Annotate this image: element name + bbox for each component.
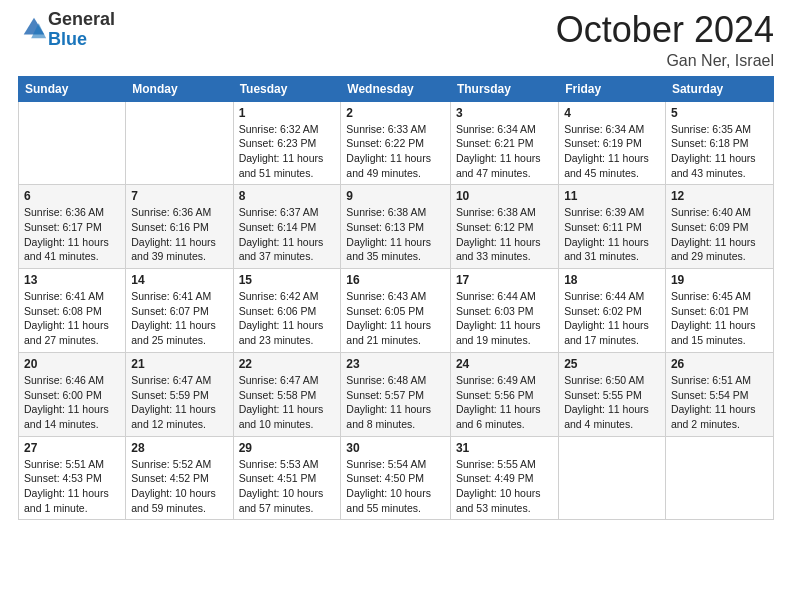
day-info: Sunrise: 6:34 AM Sunset: 6:19 PM Dayligh… (564, 122, 660, 181)
table-row: 9Sunrise: 6:38 AM Sunset: 6:13 PM Daylig… (341, 185, 451, 269)
day-number: 7 (131, 189, 227, 203)
day-info: Sunrise: 6:51 AM Sunset: 5:54 PM Dayligh… (671, 373, 768, 432)
day-number: 18 (564, 273, 660, 287)
table-row: 21Sunrise: 6:47 AM Sunset: 5:59 PM Dayli… (126, 352, 233, 436)
table-row: 18Sunrise: 6:44 AM Sunset: 6:02 PM Dayli… (559, 269, 666, 353)
table-row: 19Sunrise: 6:45 AM Sunset: 6:01 PM Dayli… (665, 269, 773, 353)
day-info: Sunrise: 6:43 AM Sunset: 6:05 PM Dayligh… (346, 289, 445, 348)
table-row: 27Sunrise: 5:51 AM Sunset: 4:53 PM Dayli… (19, 436, 126, 520)
day-number: 9 (346, 189, 445, 203)
day-number: 20 (24, 357, 120, 371)
logo-blue-text: Blue (48, 29, 87, 49)
table-row: 14Sunrise: 6:41 AM Sunset: 6:07 PM Dayli… (126, 269, 233, 353)
table-row: 31Sunrise: 5:55 AM Sunset: 4:49 PM Dayli… (450, 436, 558, 520)
day-number: 1 (239, 106, 336, 120)
table-row: 10Sunrise: 6:38 AM Sunset: 6:12 PM Dayli… (450, 185, 558, 269)
day-info: Sunrise: 6:50 AM Sunset: 5:55 PM Dayligh… (564, 373, 660, 432)
title-block: October 2024 Gan Ner, Israel (556, 10, 774, 70)
header: General Blue October 2024 Gan Ner, Israe… (18, 10, 774, 70)
day-info: Sunrise: 6:46 AM Sunset: 6:00 PM Dayligh… (24, 373, 120, 432)
col-saturday: Saturday (665, 76, 773, 101)
day-info: Sunrise: 6:41 AM Sunset: 6:07 PM Dayligh… (131, 289, 227, 348)
day-number: 24 (456, 357, 553, 371)
day-info: Sunrise: 5:55 AM Sunset: 4:49 PM Dayligh… (456, 457, 553, 516)
table-row: 16Sunrise: 6:43 AM Sunset: 6:05 PM Dayli… (341, 269, 451, 353)
day-number: 5 (671, 106, 768, 120)
day-info: Sunrise: 6:33 AM Sunset: 6:22 PM Dayligh… (346, 122, 445, 181)
day-number: 14 (131, 273, 227, 287)
day-number: 21 (131, 357, 227, 371)
table-row: 5Sunrise: 6:35 AM Sunset: 6:18 PM Daylig… (665, 101, 773, 185)
table-row: 29Sunrise: 5:53 AM Sunset: 4:51 PM Dayli… (233, 436, 341, 520)
day-number: 30 (346, 441, 445, 455)
table-row: 1Sunrise: 6:32 AM Sunset: 6:23 PM Daylig… (233, 101, 341, 185)
table-row: 6Sunrise: 6:36 AM Sunset: 6:17 PM Daylig… (19, 185, 126, 269)
day-number: 6 (24, 189, 120, 203)
day-info: Sunrise: 6:45 AM Sunset: 6:01 PM Dayligh… (671, 289, 768, 348)
table-row: 15Sunrise: 6:42 AM Sunset: 6:06 PM Dayli… (233, 269, 341, 353)
day-info: Sunrise: 6:32 AM Sunset: 6:23 PM Dayligh… (239, 122, 336, 181)
day-info: Sunrise: 6:37 AM Sunset: 6:14 PM Dayligh… (239, 205, 336, 264)
day-info: Sunrise: 6:35 AM Sunset: 6:18 PM Dayligh… (671, 122, 768, 181)
day-info: Sunrise: 6:49 AM Sunset: 5:56 PM Dayligh… (456, 373, 553, 432)
day-number: 19 (671, 273, 768, 287)
calendar-week-row: 1Sunrise: 6:32 AM Sunset: 6:23 PM Daylig… (19, 101, 774, 185)
table-row: 22Sunrise: 6:47 AM Sunset: 5:58 PM Dayli… (233, 352, 341, 436)
day-number: 8 (239, 189, 336, 203)
day-number: 25 (564, 357, 660, 371)
month-title: October 2024 (556, 10, 774, 50)
day-number: 27 (24, 441, 120, 455)
day-number: 13 (24, 273, 120, 287)
table-row: 3Sunrise: 6:34 AM Sunset: 6:21 PM Daylig… (450, 101, 558, 185)
day-number: 31 (456, 441, 553, 455)
day-info: Sunrise: 6:48 AM Sunset: 5:57 PM Dayligh… (346, 373, 445, 432)
col-tuesday: Tuesday (233, 76, 341, 101)
table-row: 13Sunrise: 6:41 AM Sunset: 6:08 PM Dayli… (19, 269, 126, 353)
table-row (19, 101, 126, 185)
table-row: 20Sunrise: 6:46 AM Sunset: 6:00 PM Dayli… (19, 352, 126, 436)
col-sunday: Sunday (19, 76, 126, 101)
table-row (559, 436, 666, 520)
day-info: Sunrise: 5:53 AM Sunset: 4:51 PM Dayligh… (239, 457, 336, 516)
table-row: 24Sunrise: 6:49 AM Sunset: 5:56 PM Dayli… (450, 352, 558, 436)
day-number: 23 (346, 357, 445, 371)
day-info: Sunrise: 5:51 AM Sunset: 4:53 PM Dayligh… (24, 457, 120, 516)
day-info: Sunrise: 6:36 AM Sunset: 6:16 PM Dayligh… (131, 205, 227, 264)
table-row: 2Sunrise: 6:33 AM Sunset: 6:22 PM Daylig… (341, 101, 451, 185)
page: General Blue October 2024 Gan Ner, Israe… (0, 0, 792, 612)
calendar-week-row: 13Sunrise: 6:41 AM Sunset: 6:08 PM Dayli… (19, 269, 774, 353)
calendar-week-row: 27Sunrise: 5:51 AM Sunset: 4:53 PM Dayli… (19, 436, 774, 520)
col-wednesday: Wednesday (341, 76, 451, 101)
day-info: Sunrise: 5:54 AM Sunset: 4:50 PM Dayligh… (346, 457, 445, 516)
logo: General Blue (18, 10, 115, 50)
day-info: Sunrise: 6:39 AM Sunset: 6:11 PM Dayligh… (564, 205, 660, 264)
location-title: Gan Ner, Israel (556, 52, 774, 70)
table-row: 28Sunrise: 5:52 AM Sunset: 4:52 PM Dayli… (126, 436, 233, 520)
calendar-table: Sunday Monday Tuesday Wednesday Thursday… (18, 76, 774, 521)
day-info: Sunrise: 6:34 AM Sunset: 6:21 PM Dayligh… (456, 122, 553, 181)
day-number: 11 (564, 189, 660, 203)
table-row: 17Sunrise: 6:44 AM Sunset: 6:03 PM Dayli… (450, 269, 558, 353)
day-info: Sunrise: 6:44 AM Sunset: 6:02 PM Dayligh… (564, 289, 660, 348)
table-row: 8Sunrise: 6:37 AM Sunset: 6:14 PM Daylig… (233, 185, 341, 269)
day-number: 29 (239, 441, 336, 455)
day-info: Sunrise: 6:38 AM Sunset: 6:12 PM Dayligh… (456, 205, 553, 264)
day-number: 10 (456, 189, 553, 203)
day-number: 15 (239, 273, 336, 287)
day-info: Sunrise: 6:42 AM Sunset: 6:06 PM Dayligh… (239, 289, 336, 348)
day-info: Sunrise: 6:44 AM Sunset: 6:03 PM Dayligh… (456, 289, 553, 348)
table-row: 26Sunrise: 6:51 AM Sunset: 5:54 PM Dayli… (665, 352, 773, 436)
day-number: 28 (131, 441, 227, 455)
day-info: Sunrise: 6:36 AM Sunset: 6:17 PM Dayligh… (24, 205, 120, 264)
col-friday: Friday (559, 76, 666, 101)
table-row: 25Sunrise: 6:50 AM Sunset: 5:55 PM Dayli… (559, 352, 666, 436)
col-thursday: Thursday (450, 76, 558, 101)
day-number: 17 (456, 273, 553, 287)
day-number: 12 (671, 189, 768, 203)
table-row: 7Sunrise: 6:36 AM Sunset: 6:16 PM Daylig… (126, 185, 233, 269)
table-row: 11Sunrise: 6:39 AM Sunset: 6:11 PM Dayli… (559, 185, 666, 269)
day-number: 3 (456, 106, 553, 120)
table-row (126, 101, 233, 185)
day-number: 4 (564, 106, 660, 120)
table-row (665, 436, 773, 520)
